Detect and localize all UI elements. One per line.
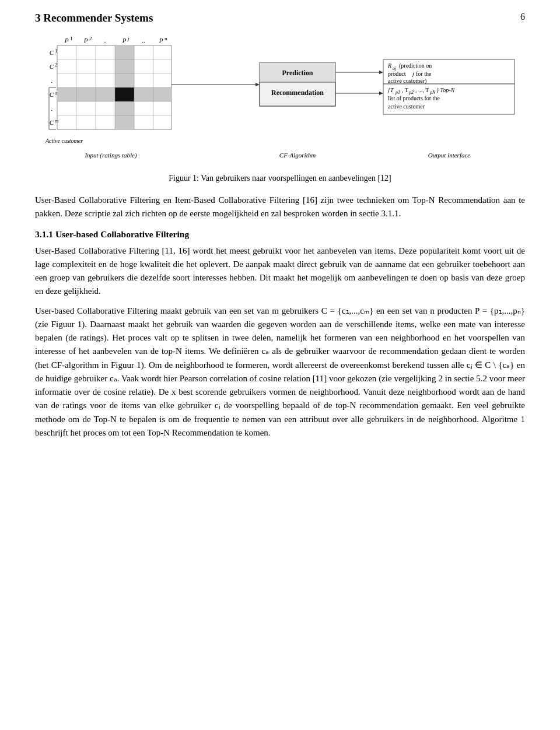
svg-rect-54	[383, 84, 514, 114]
svg-text:2: 2	[89, 36, 92, 41]
svg-text:, ..., T: , ..., T	[415, 87, 429, 93]
page-number: 6	[520, 12, 525, 22]
svg-text:C: C	[50, 63, 54, 70]
svg-text:product: product	[388, 71, 406, 77]
svg-rect-3	[115, 87, 134, 101]
svg-text:..: ..	[142, 37, 145, 44]
svg-text:Input (ratings table): Input (ratings table)	[84, 152, 137, 159]
svg-text:for the: for the	[416, 71, 432, 77]
svg-text:CF-Algorithm: CF-Algorithm	[279, 152, 316, 159]
svg-text:R: R	[387, 62, 391, 69]
svg-rect-46	[383, 59, 514, 84]
svg-text:active customer): active customer)	[388, 78, 426, 85]
svg-text:active customer: active customer	[388, 103, 425, 110]
svg-text:P: P	[83, 37, 88, 44]
svg-text:P: P	[159, 37, 163, 44]
paragraph-1: User-Based Collaborative Filtering [11, …	[35, 244, 525, 299]
svg-text:m: m	[55, 118, 59, 124]
svg-text:p1: p1	[395, 90, 400, 95]
svg-text:{T: {T	[388, 87, 394, 93]
svg-marker-45	[379, 92, 383, 95]
svg-text:1: 1	[70, 36, 73, 41]
svg-text:n: n	[164, 36, 167, 41]
svg-text:C: C	[50, 91, 54, 98]
svg-text:P: P	[122, 37, 127, 44]
figure-inner: P 1 P 2 .. P j .. P n C 1 C 2 . C a . C …	[41, 35, 519, 169]
section-number: 3.1.1	[35, 229, 55, 239]
intro-paragraph: User-Based Collaborative Filtering en It…	[35, 194, 525, 221]
svg-rect-2	[57, 87, 172, 101]
figure-caption: Figuur 1: Van gebruikers naar voorspelli…	[35, 174, 525, 183]
svg-text:p2: p2	[408, 90, 414, 95]
intro-text: User-Based Collaborative Filtering en It…	[35, 195, 525, 218]
svg-text:..: ..	[103, 37, 107, 44]
svg-text:.: .	[51, 105, 52, 112]
svg-rect-37	[260, 63, 335, 106]
svg-text:a: a	[55, 90, 57, 96]
svg-text:pN: pN	[429, 90, 436, 95]
svg-text:.: .	[51, 77, 52, 84]
figure-container: P 1 P 2 .. P j .. P n C 1 C 2 . C a . C …	[35, 35, 525, 169]
svg-text:(prediction on: (prediction on	[399, 62, 432, 69]
svg-text:aj: aj	[393, 66, 397, 71]
svg-text:P: P	[64, 37, 69, 44]
svg-rect-38	[260, 63, 335, 82]
section-title-text: User-based Collaborative Filtering	[55, 229, 189, 239]
svg-text:Recommendation: Recommendation	[271, 89, 324, 97]
svg-rect-1	[115, 45, 134, 129]
svg-text:Active customer: Active customer	[45, 138, 83, 144]
svg-text:Output interface: Output interface	[428, 152, 471, 159]
svg-text:j: j	[127, 36, 130, 41]
chapter-title: 3 Recommender Systems	[35, 12, 153, 24]
svg-text:list of products for the: list of products for the	[388, 95, 440, 101]
paragraph-1-text: User-Based Collaborative Filtering [11, …	[35, 246, 525, 296]
paragraph-2: User-based Collaborative Filtering maakt…	[35, 304, 525, 440]
svg-text:, T: , T	[402, 87, 408, 93]
svg-text:1: 1	[55, 48, 57, 54]
svg-marker-36	[256, 83, 260, 86]
svg-text:} Top-N: } Top-N	[436, 87, 455, 93]
section-heading: 3.1.1 User-based Collaborative Filtering	[35, 229, 525, 240]
svg-marker-43	[379, 71, 383, 74]
paragraph-2-text: User-based Collaborative Filtering maakt…	[35, 306, 525, 437]
svg-text:Prediction: Prediction	[282, 69, 313, 77]
svg-text:C: C	[50, 49, 54, 56]
page-header: 3 Recommender Systems 6	[35, 12, 525, 24]
svg-text:j: j	[411, 71, 414, 77]
svg-rect-0	[57, 45, 172, 129]
svg-text:C: C	[50, 119, 54, 126]
svg-text:2: 2	[55, 62, 57, 68]
